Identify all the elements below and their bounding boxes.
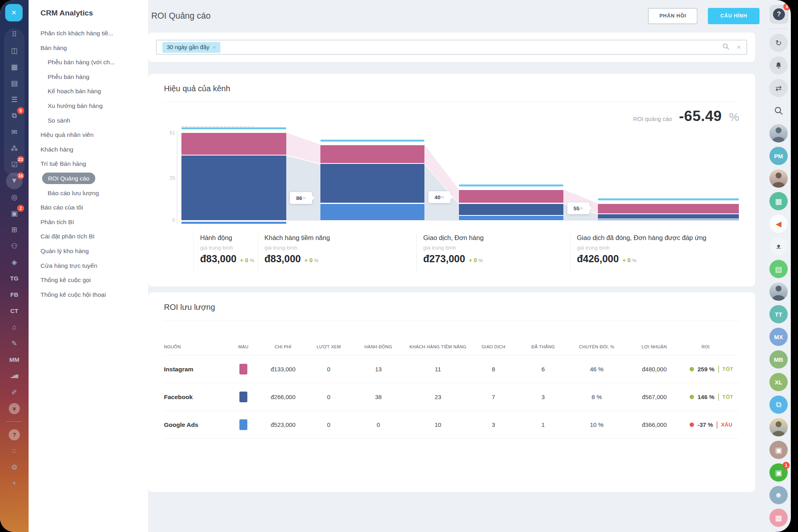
sidebar-item-th-ng-k-cu-c-g-i[interactable]: Thống kê cuộc gọi: [29, 273, 148, 288]
documents-icon[interactable]: ▤: [0, 75, 29, 91]
sidebar-item-kh-ch-h-ng[interactable]: Khách hàng: [29, 142, 148, 157]
calendar-pink-avatar[interactable]: ▦: [769, 509, 788, 527]
marketing-target-icon[interactable]: ◎: [0, 189, 29, 205]
sidebar-item-qu-n-l-kho-h-ng[interactable]: Quản lý kho hàng: [29, 244, 148, 259]
calendar-icon[interactable]: ▦: [0, 59, 29, 75]
views-cell: 0: [307, 394, 351, 400]
sidebar-item-tr-tu-b-n-h-ng[interactable]: Trí tuệ Bán hàng: [29, 157, 148, 171]
expand-chevron-icon[interactable]: ∨: [0, 400, 29, 417]
megaphone-bot-avatar[interactable]: ◀: [769, 215, 788, 233]
group-mm[interactable]: MM: [0, 351, 29, 368]
column-header: MÀU: [227, 344, 259, 355]
group-fb[interactable]: FB: [0, 286, 29, 303]
filter-clear-icon[interactable]: ×: [736, 43, 741, 52]
funnel-band-google-ads[interactable]: [459, 216, 563, 220]
settings-gear-icon[interactable]: ⚙: [0, 459, 29, 475]
sidebar-item-ph-u-b-n-h-ng-v-i-ch[interactable]: Phễu bán hàng (với ch...: [29, 55, 148, 70]
sidebar-item-ph-u-b-n-h-ng[interactable]: Phễu bán hàng: [29, 70, 148, 85]
user-avatar[interactable]: MX: [769, 328, 788, 346]
notifications-bell-icon[interactable]: [769, 56, 788, 75]
contacts-card-avatar[interactable]: ▣: [769, 441, 788, 459]
funnel-band-facebook[interactable]: [181, 156, 286, 220]
funnel-band-instagram[interactable]: [598, 204, 739, 213]
traffic-table-row-google-ads[interactable]: Google Adsđ523,00000103110 %đ366,000-37 …: [164, 411, 739, 439]
column-header: ROI: [684, 344, 739, 355]
calendar-bot-avatar[interactable]: ▦: [769, 192, 788, 210]
group-ct[interactable]: CT: [0, 303, 29, 319]
bear-bot-avatar[interactable]: ᴥ: [769, 237, 788, 255]
group-tg[interactable]: TG: [0, 270, 29, 286]
history-icon[interactable]: ↻: [769, 34, 788, 52]
filter-tag-remove-icon[interactable]: ×: [213, 44, 216, 50]
sidebar-item-c-a-h-ng-tr-c-tuy-n[interactable]: Cửa hàng trực tuyến: [29, 259, 148, 273]
funnel-band-facebook[interactable]: [320, 164, 424, 203]
sign-pen-icon[interactable]: ✎: [0, 335, 29, 351]
helpdesk-button[interactable]: ?6: [769, 5, 788, 24]
funnel-band-instagram[interactable]: [459, 190, 563, 203]
search-icon[interactable]: [722, 42, 730, 52]
traffic-table-row-instagram[interactable]: Instagramđ133,000013118646 %đ480,000259 …: [164, 355, 739, 383]
tasks-icon[interactable]: ☑23: [0, 156, 29, 173]
store-icon[interactable]: ⌂: [0, 319, 29, 335]
filter-tag[interactable]: 30 ngày gần đây ×: [162, 42, 220, 53]
sidebar-item-b-n-h-ng[interactable]: Bán hàng: [29, 41, 148, 56]
user-avatar[interactable]: [769, 124, 788, 142]
sidebar-item-b-o-c-o-c-a-t-i[interactable]: Báo cáo của tôi: [29, 200, 148, 215]
sidebar-item-hi-u-qu-nh-n-vi-n[interactable]: Hiệu quả nhân viên: [29, 128, 148, 142]
sidebar-item-so-s-nh[interactable]: So sánh: [29, 113, 148, 128]
user-avatar[interactable]: XL: [769, 373, 788, 391]
employees-icon[interactable]: ⁂: [0, 140, 29, 156]
bot-icon[interactable]: ⚇: [0, 238, 29, 254]
sidebar-item-ph-n-t-ch-kh-ch-h-ng-ti[interactable]: Phân tích khách hàng tiề...: [29, 26, 148, 41]
contacts-card-icon[interactable]: ▣2: [0, 205, 29, 221]
add-plus-icon[interactable]: +: [0, 475, 29, 492]
divider: [164, 102, 739, 102]
funnel-band-facebook[interactable]: [598, 214, 739, 219]
people-avatar[interactable]: ☻: [769, 486, 788, 504]
sidebar-item-c-i-t-ph-n-t-ch-bi[interactable]: Cài đặt phân tích BI: [29, 229, 148, 244]
group-avatar[interactable]: [769, 418, 788, 436]
page-title: ROI Quảng cáo: [151, 11, 210, 21]
cart-icon[interactable]: ⊞: [0, 221, 29, 238]
messenger-icon[interactable]: ⧉5: [0, 108, 29, 124]
funnel-band-facebook[interactable]: [459, 204, 563, 215]
sidebar-item-roi-qu-ng-c-o[interactable]: ROI Quảng cáo: [29, 171, 148, 186]
news-bot-avatar[interactable]: ▤: [769, 260, 788, 278]
product-cube-icon[interactable]: ◈: [0, 254, 29, 270]
sidebar-item-k-ho-ch-b-n-h-ng[interactable]: Kế hoạch bán hàng: [29, 84, 148, 99]
sidebar-item-xu-h-ng-b-n-h-ng[interactable]: Xu hướng bán hàng: [29, 99, 148, 113]
mail-icon[interactable]: ✉: [0, 124, 29, 140]
contacts-card-green-avatar[interactable]: ▣1: [769, 463, 788, 482]
user-avatar[interactable]: [769, 169, 788, 188]
open-channels-icon[interactable]: ⇄: [769, 79, 788, 97]
automation-icon[interactable]: ⁙: [0, 443, 29, 459]
funnel-band-google-ads[interactable]: [181, 222, 286, 224]
funnel-band-instagram[interactable]: [181, 133, 286, 155]
drive-icon[interactable]: ☰: [0, 91, 29, 108]
user-avatar[interactable]: MB: [769, 350, 788, 369]
user-avatar[interactable]: [769, 282, 788, 301]
close-menu-button[interactable]: ×: [5, 4, 23, 21]
crm-funnel-icon[interactable]: ▼16: [0, 173, 29, 189]
traffic-table-row-facebook[interactable]: Facebookđ266,00003823738 %đ567,000146 %T…: [164, 383, 739, 411]
feedback-button[interactable]: PHẢN HỒI: [648, 8, 698, 24]
sidebar-item-th-ng-k-cu-c-h-i-tho-i[interactable]: Thống kê cuộc hội thoại: [29, 288, 148, 302]
user-avatar[interactable]: TT: [769, 305, 788, 323]
sites-icon[interactable]: ◫: [0, 42, 29, 59]
filter-input[interactable]: 30 ngày gần đây × ×: [156, 40, 747, 55]
funnel-band-google-ads[interactable]: [598, 219, 739, 220]
sidebar-item-b-o-c-o-l-u-l-ng[interactable]: Báo cáo lưu lượng: [29, 186, 148, 201]
feed-icon[interactable]: ⠿: [0, 26, 29, 42]
sidebar-item-ph-n-t-ch-bi[interactable]: Phân tích BI: [29, 215, 148, 230]
color-swatch: [227, 392, 259, 402]
stats-bars-icon[interactable]: ▂▅▇: [0, 368, 29, 384]
help-icon[interactable]: ?: [0, 426, 29, 443]
funnel-band-google-ads[interactable]: [320, 204, 424, 221]
chat-bot-avatar[interactable]: ⧉: [769, 396, 788, 414]
funnel-band-instagram[interactable]: [320, 145, 424, 163]
configure-button[interactable]: CẤU HÌNH: [708, 8, 759, 24]
user-avatar[interactable]: PM: [769, 147, 788, 165]
funnel-stage-summary-item: Giao dịch đã đóng, Đơn hàng được đáp ứng…: [570, 234, 706, 273]
search-icon[interactable]: [769, 102, 788, 120]
forms-icon[interactable]: ✐: [0, 384, 29, 400]
